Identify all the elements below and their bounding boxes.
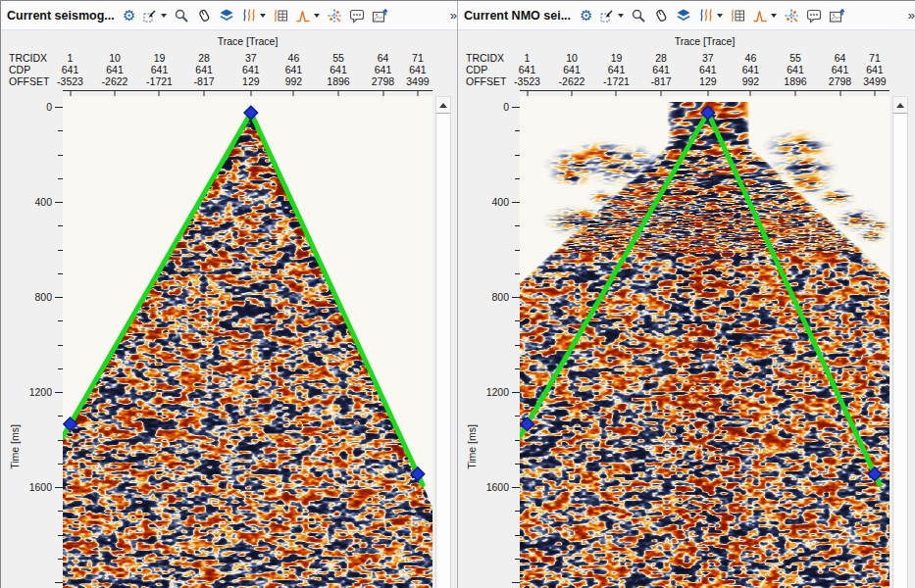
trace-header-value: 992: [742, 75, 760, 87]
plot-region: Time [ms] 040080012001600: [458, 96, 915, 588]
trace-header-value: 37: [702, 52, 714, 64]
trace-header-value: 46: [288, 52, 300, 64]
trace-header-value: 46: [745, 52, 757, 64]
time-tick-label: 1200: [486, 386, 509, 398]
chevron-down-icon: [717, 14, 723, 18]
time-tick-label: 1600: [486, 481, 509, 493]
trace-header-value: -2622: [102, 75, 128, 87]
chevron-down-icon: [161, 14, 167, 18]
trace-header-value: 129: [242, 75, 260, 87]
trace-axis-line: [520, 90, 890, 91]
trace-header-value: 641: [195, 64, 213, 75]
time-tick-label: 1600: [29, 481, 52, 493]
time-major-tick: [512, 202, 520, 203]
spectrum-icon[interactable]: [752, 4, 777, 27]
header-row-label-trcidx: TRCIDX: [9, 52, 47, 64]
time-tick-label: 0: [503, 101, 509, 113]
time-tick-label: 0: [46, 101, 52, 113]
trace-header-value: -1721: [603, 75, 630, 87]
trace-header-value: -3523: [514, 75, 540, 87]
trace-header-value: -817: [194, 75, 215, 87]
zoom-icon[interactable]: [631, 4, 646, 27]
panel-titlebar-nmo: Current NMO sei... ⚙ »: [458, 1, 915, 30]
trace-header-value: 1896: [327, 75, 349, 87]
layers-icon[interactable]: [219, 4, 234, 27]
trace-header-value: 28: [198, 52, 210, 64]
trace-header-value: 641: [409, 64, 427, 75]
seismic-display-canvas[interactable]: [63, 96, 432, 588]
toolbar-overflow-button[interactable]: »: [908, 8, 915, 23]
settings-gear-icon[interactable]: ⚙: [580, 4, 592, 27]
pick-crosshair-icon[interactable]: [784, 4, 799, 27]
trace-header-value: 1: [525, 52, 531, 64]
panel-seismogram: Current seismog... ⚙ » Trace [Trace] TRC…: [0, 1, 457, 588]
zoom-select-icon[interactable]: [142, 4, 167, 27]
export-image-icon[interactable]: [372, 4, 387, 27]
time-axis-label: Time [ms]: [466, 408, 478, 486]
chevron-down-icon: [771, 14, 777, 18]
wiggle-display-icon[interactable]: [698, 4, 723, 27]
trace-header-value: 71: [412, 52, 424, 64]
trace-header-value: 641: [563, 64, 581, 75]
trace-header-value: 641: [742, 64, 760, 75]
header-row-label-offset: OFFSET: [466, 75, 506, 87]
trace-header-value: 641: [866, 64, 884, 75]
trace-header-value: 641: [285, 64, 303, 75]
trace-header-value: 2798: [829, 75, 851, 87]
export-image-icon[interactable]: [829, 4, 844, 27]
scrollbar-thumb[interactable]: [437, 114, 449, 588]
trace-header-value: 641: [330, 64, 347, 75]
time-major-tick: [512, 487, 520, 488]
scroll-up-button[interactable]: [893, 97, 907, 114]
toolbar: ⚙: [123, 4, 448, 27]
chevron-down-icon: [314, 14, 320, 18]
header-table-icon[interactable]: [730, 4, 745, 27]
time-tick-label: 800: [491, 291, 509, 303]
trace-header-value: 1: [68, 52, 74, 64]
trace-header-values: 1101928374655647164164164164164164164164…: [63, 52, 432, 87]
trace-header-value: 64: [835, 52, 846, 64]
pan-mouse-icon[interactable]: [196, 4, 212, 27]
toolbar-overflow-button[interactable]: »: [450, 8, 457, 23]
scroll-up-button[interactable]: [436, 97, 450, 114]
trace-header-area: Trace [Trace] TRCIDX CDP OFFSET 11019283…: [458, 30, 915, 96]
pick-crosshair-icon[interactable]: [327, 4, 342, 27]
layers-icon[interactable]: [676, 4, 691, 27]
chevron-down-icon: [618, 14, 624, 18]
header-table-icon[interactable]: [273, 4, 288, 27]
trace-header-value: -1721: [146, 75, 173, 87]
spectrum-icon[interactable]: [295, 4, 320, 27]
time-major-tick: [55, 487, 63, 488]
time-major-tick: [55, 297, 63, 298]
trace-header-value: 3499: [406, 75, 429, 87]
time-axis-label: Time [ms]: [9, 408, 21, 486]
vertical-scrollbar[interactable]: [435, 96, 451, 588]
wiggle-display-icon[interactable]: [241, 4, 266, 27]
time-major-tick: [512, 582, 520, 583]
comment-icon[interactable]: [349, 4, 365, 27]
trace-header-value: 3499: [863, 75, 886, 87]
panel-title: Current seismog...: [7, 9, 123, 23]
trace-header-value: -3523: [57, 75, 83, 87]
chevron-down-icon: [260, 14, 266, 18]
time-tick-label: 1200: [29, 386, 52, 398]
trace-header-value: 19: [611, 52, 623, 64]
trace-axis-title: Trace [Trace]: [63, 35, 432, 47]
trace-header-value: 37: [245, 52, 257, 64]
time-major-tick: [512, 392, 520, 393]
scrollbar-thumb[interactable]: [894, 114, 906, 588]
trace-header-value: 641: [62, 64, 79, 75]
time-major-tick: [512, 297, 520, 298]
vertical-scrollbar[interactable]: [892, 96, 908, 588]
seismic-display-canvas[interactable]: [520, 96, 890, 588]
comment-icon[interactable]: [806, 4, 822, 27]
zoom-icon[interactable]: [174, 4, 189, 27]
time-axis-gutter: Time [ms] 040080012001600: [1, 96, 63, 588]
settings-gear-icon[interactable]: ⚙: [123, 4, 135, 27]
pan-mouse-icon[interactable]: [653, 4, 669, 27]
trace-axis-title: Trace [Trace]: [520, 35, 890, 47]
header-row-label-cdp: CDP: [9, 64, 30, 75]
trace-header-value: 641: [699, 64, 717, 75]
zoom-select-icon[interactable]: [599, 4, 624, 27]
trace-header-value: 71: [869, 52, 881, 64]
